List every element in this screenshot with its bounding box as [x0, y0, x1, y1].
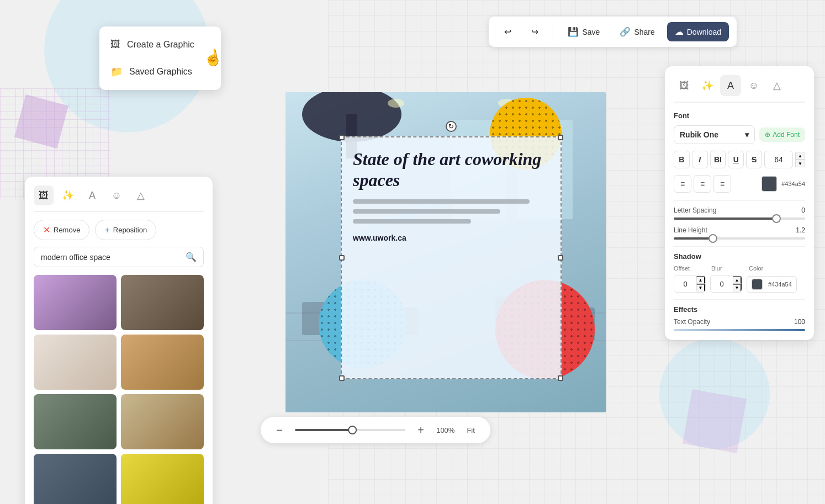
remove-button[interactable]: ✕ Remove	[34, 220, 89, 240]
offset-down-button[interactable]: ▼	[696, 284, 705, 291]
bold-italic-button[interactable]: BI	[710, 151, 726, 168]
offset-up-button[interactable]: ▲	[696, 276, 705, 284]
align-right-button[interactable]: ≡	[713, 175, 731, 193]
handle-br[interactable]	[558, 375, 563, 381]
search-input[interactable]	[41, 253, 186, 262]
align-row: ≡ ≡ ≡ #434a54	[674, 175, 805, 193]
panel-tab-emoji[interactable]: ☺	[107, 185, 126, 205]
shadow-color-swatch	[752, 279, 763, 290]
zoom-bar: − + 100% Fit	[261, 417, 490, 443]
line-height-section: Line Height 1.2	[674, 226, 805, 240]
download-button[interactable]: ☁ Download	[667, 22, 729, 41]
letter-spacing-label: Letter Spacing	[674, 206, 716, 214]
redo-button[interactable]: ↪	[523, 22, 546, 41]
size-up-button[interactable]: ▲	[795, 152, 805, 160]
right-panel-tab-shape[interactable]: △	[766, 75, 787, 96]
strikethrough-button[interactable]: S	[746, 151, 762, 168]
share-icon: 🔗	[620, 26, 631, 37]
saved-graphics-item[interactable]: 📁 Saved Graphics	[99, 58, 221, 86]
right-panel-tab-image[interactable]: 🖼	[674, 75, 695, 96]
image-thumb-1[interactable]	[34, 275, 117, 330]
panel-tab-magic[interactable]: ✨	[58, 185, 78, 205]
zoom-out-button[interactable]: −	[272, 422, 287, 438]
shadow-blur-input[interactable]	[711, 275, 733, 292]
line-height-thumb[interactable]	[708, 234, 717, 243]
font-size-input[interactable]	[764, 151, 793, 168]
line-height-value: 1.2	[796, 226, 805, 234]
zoom-thumb[interactable]	[348, 426, 357, 434]
zoom-fit-button[interactable]: Fit	[462, 424, 479, 437]
line-height-fill	[674, 237, 713, 240]
panel-tab-shape[interactable]: △	[131, 185, 151, 205]
image-thumb-4[interactable]	[121, 335, 204, 390]
handle-tl[interactable]	[339, 135, 345, 140]
divider-1	[674, 200, 805, 201]
shadow-labels-row: Offset Blur Color	[674, 265, 805, 272]
line-height-label: Line Height	[674, 226, 707, 234]
bold-button[interactable]: B	[674, 151, 690, 168]
align-left-button[interactable]: ≡	[674, 175, 691, 193]
blur-down-button[interactable]: ▼	[733, 284, 742, 291]
reposition-button[interactable]: + Reposition	[95, 220, 156, 240]
underline-button[interactable]: U	[728, 151, 744, 168]
add-font-label: Add Font	[773, 131, 800, 139]
color-hex-label: #434a54	[781, 181, 805, 187]
toolbar-divider	[553, 24, 553, 40]
text-opacity-gradient	[674, 329, 805, 331]
right-panel-tab-emoji[interactable]: ☺	[743, 75, 764, 96]
share-label: Share	[634, 28, 654, 36]
download-icon: ☁	[675, 26, 684, 37]
letter-spacing-section: Letter Spacing 0	[674, 206, 805, 220]
left-panel: 🖼 ✨ A ☺ △ ✕ Remove + Reposition 🔍	[25, 177, 213, 504]
chevron-down-icon: ▾	[745, 130, 749, 139]
image-thumb-7[interactable]	[34, 454, 117, 504]
image-grid	[34, 275, 204, 504]
canvas-wrapper[interactable]: ↻ State of the art coworking spaces www.…	[285, 92, 606, 412]
handle-ml[interactable]	[339, 255, 345, 261]
image-thumb-2[interactable]	[121, 275, 204, 330]
size-down-button[interactable]: ▼	[795, 160, 805, 167]
right-panel-tab-text[interactable]: A	[720, 75, 741, 96]
shadow-color-wrap[interactable]: #434a54	[747, 276, 797, 293]
undo-button[interactable]: ↩	[496, 22, 519, 41]
right-panel-tab-magic[interactable]: ✨	[697, 75, 718, 96]
rotate-handle[interactable]: ↻	[446, 121, 457, 132]
shadow-title: Shadow	[674, 252, 805, 261]
handle-tr[interactable]	[558, 135, 563, 140]
bg-purple-square-2	[683, 389, 747, 453]
panel-tabs: 🖼 ✨ A ☺ △	[34, 185, 204, 212]
shadow-offset-input[interactable]	[674, 275, 696, 292]
handle-bl[interactable]	[339, 375, 345, 381]
image-thumb-3[interactable]	[34, 335, 117, 390]
save-icon: 💾	[568, 26, 579, 37]
save-button[interactable]: 💾 Save	[560, 22, 607, 41]
zoom-in-button[interactable]: +	[413, 422, 429, 438]
image-thumb-5[interactable]	[34, 394, 117, 449]
offset-input-wrap: ▲ ▼	[674, 275, 706, 293]
text-opacity-track	[674, 329, 805, 331]
handle-mr[interactable]	[558, 255, 563, 261]
save-label: Save	[582, 28, 600, 36]
text-card[interactable]: ↻ State of the art coworking spaces www.…	[341, 136, 562, 379]
color-swatch[interactable]	[761, 176, 777, 192]
letter-spacing-header: Letter Spacing 0	[674, 206, 805, 214]
zoom-percent: 100%	[436, 426, 454, 434]
image-thumb-8[interactable]	[121, 454, 204, 504]
image-thumb-6[interactable]	[121, 394, 204, 449]
letter-spacing-thumb[interactable]	[772, 214, 781, 223]
italic-button[interactable]: I	[692, 151, 708, 168]
add-font-button[interactable]: ⊕ Add Font	[759, 128, 805, 142]
card-line-2	[353, 209, 500, 214]
font-row: Rubik One ▾ ⊕ Add Font	[674, 125, 805, 144]
font-select[interactable]: Rubik One ▾	[674, 125, 755, 144]
offset-col-label: Offset	[674, 265, 708, 272]
size-spinners: ▲ ▼	[795, 152, 805, 167]
align-center-button[interactable]: ≡	[694, 175, 711, 193]
share-button[interactable]: 🔗 Share	[612, 22, 662, 41]
blur-up-button[interactable]: ▲	[733, 276, 742, 284]
remove-icon: ✕	[43, 225, 50, 235]
panel-tab-image[interactable]: 🖼	[34, 185, 54, 205]
text-opacity-value: 100	[794, 318, 805, 326]
panel-tab-text[interactable]: A	[82, 185, 102, 205]
search-icon[interactable]: 🔍	[186, 252, 197, 262]
